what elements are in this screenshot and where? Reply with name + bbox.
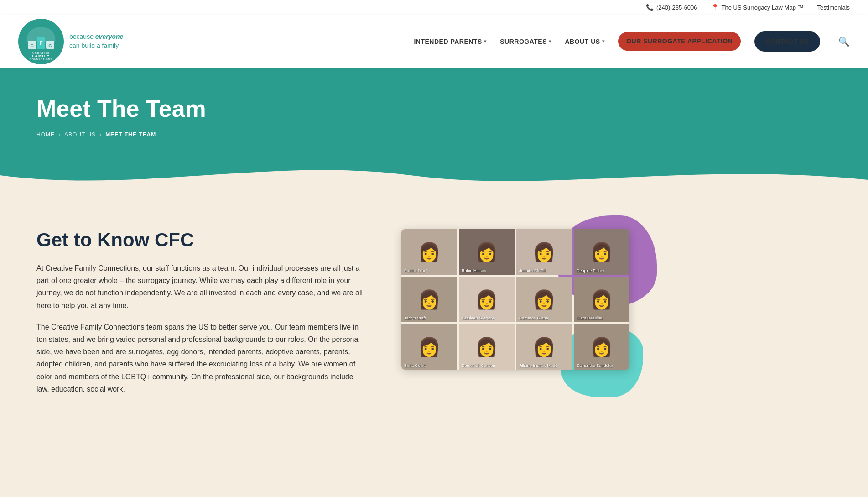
- content-section: Get to Know CFC At Creative Family Conne…: [0, 193, 868, 441]
- person-name-12: Samantha Sandefur: [577, 363, 613, 368]
- breadcrumb: HOME › ABOUT US › MEET THE TEAM: [36, 131, 832, 138]
- hero-section: Meet The Team HOME › ABOUT US › MEET THE…: [0, 68, 868, 193]
- phone-link[interactable]: 📞 (240)-235-6006: [646, 4, 697, 11]
- zoom-cell-2: 👩 Robin Hinson: [459, 229, 515, 275]
- logo-emblem: C F C CREATIVE FAMILY CONNECTIONS: [18, 19, 64, 64]
- person-face-1: 👩: [401, 229, 457, 275]
- chevron-down-icon: ▾: [602, 39, 605, 44]
- text-column: Get to Know CFC At Creative Family Conne…: [36, 229, 365, 404]
- zoom-cell-10: 👩 Domenick Carlson: [459, 324, 515, 370]
- person-name-5: Jaclyn Craft: [404, 316, 426, 320]
- phone-number: (240)-235-6006: [656, 4, 697, 11]
- person-face-10: 👩: [459, 324, 515, 370]
- zoom-cell-8: 👩 Ciara Beaulieu: [574, 277, 629, 322]
- person-name-2: Robin Hinson: [462, 268, 486, 273]
- law-map-link[interactable]: 📍 The US Surrogacy Law Map ™: [711, 4, 804, 11]
- testimonials-label: Testimonials: [817, 4, 850, 11]
- search-button[interactable]: 🔍: [838, 36, 850, 47]
- svg-text:FAMILY: FAMILY: [32, 54, 50, 58]
- nav-intended-parents[interactable]: INTENDED PARENTS ▾: [414, 38, 486, 45]
- svg-text:C: C: [48, 42, 52, 47]
- person-name-3: Jennifer McGill: [519, 268, 546, 273]
- map-pin-icon: 📍: [711, 4, 719, 11]
- zoom-cell-9: 👩 Britta Gevitt: [401, 324, 457, 370]
- zoom-cell-6: 👩 Kathleen Gregory: [459, 277, 515, 322]
- person-face-9: 👩: [401, 324, 457, 370]
- svg-text:F: F: [39, 40, 42, 46]
- chevron-down-icon: ▾: [484, 39, 487, 44]
- logo[interactable]: C F C CREATIVE FAMILY CONNECTIONS becaus…: [18, 19, 123, 64]
- person-name-10: Domenick Carlson: [462, 363, 495, 368]
- person-face-8: 👩: [574, 277, 629, 322]
- person-face-7: 👩: [516, 277, 572, 322]
- content-paragraph-2: The Creative Family Connections team spa…: [36, 321, 365, 395]
- person-face-12: 👩: [574, 324, 629, 370]
- logo-tagline: because everyone can build a family: [69, 32, 123, 50]
- svg-text:CONNECTIONS: CONNECTIONS: [30, 58, 52, 61]
- breadcrumb-separator: ›: [58, 131, 61, 138]
- main-navigation: C F C CREATIVE FAMILY CONNECTIONS becaus…: [0, 15, 868, 68]
- nav-surrogates[interactable]: SURROGATES ▾: [500, 38, 551, 45]
- breadcrumb-separator: ›: [99, 131, 102, 138]
- contact-us-button[interactable]: CONTACT US: [754, 31, 820, 52]
- zoom-cell-1: 👩 Patrick (You): [401, 229, 457, 275]
- breadcrumb-current: MEET THE TEAM: [105, 131, 156, 138]
- surrogate-application-button[interactable]: OUR SURROGATE APPLICATION: [618, 32, 741, 51]
- person-face-4: 👩: [574, 229, 629, 275]
- content-paragraph-1: At Creative Family Connections, our staf…: [36, 262, 365, 312]
- person-face-11: 👩: [516, 324, 572, 370]
- testimonials-link[interactable]: Testimonials: [817, 4, 850, 11]
- person-name-9: Britta Gevitt: [404, 363, 426, 368]
- phone-icon: 📞: [646, 4, 654, 11]
- nav-links: INTENDED PARENTS ▾ SURROGATES ▾ ABOUT US…: [414, 31, 850, 52]
- person-name-11: Jillian Minarcik-Mudd: [519, 363, 557, 368]
- law-map-label: The US Surrogacy Law Map ™: [722, 4, 804, 11]
- breadcrumb-home[interactable]: HOME: [36, 131, 55, 138]
- zoom-cell-7: 👩 Cameron Glane: [516, 277, 572, 322]
- svg-text:C: C: [31, 42, 34, 47]
- person-face-3: 👩: [516, 229, 572, 275]
- person-face-2: 👩: [459, 229, 515, 275]
- team-photo-column: 👩 Patrick (You) 👩 Robin Hinson 👩 Jennife…: [401, 229, 629, 370]
- person-face-6: 👩: [459, 277, 515, 322]
- person-name-8: Ciara Beaulieu: [577, 316, 603, 320]
- person-name-1: Patrick (You): [404, 268, 427, 273]
- person-name-7: Cameron Glane: [519, 316, 548, 320]
- top-bar: 📞 (240)-235-6006 📍 The US Surrogacy Law …: [0, 0, 868, 15]
- person-face-5: 👩: [401, 277, 457, 322]
- zoom-cell-12: 👩 Samantha Sandefur: [574, 324, 629, 370]
- content-heading: Get to Know CFC: [36, 229, 365, 251]
- breadcrumb-about-us[interactable]: ABOUT US: [64, 131, 96, 138]
- zoom-cell-11: 👩 Jillian Minarcik-Mudd: [516, 324, 572, 370]
- zoom-cell-4: 👩 Deppine Fisher: [574, 229, 629, 275]
- hero-wave: [0, 157, 868, 193]
- person-name-6: Kathleen Gregory: [462, 316, 494, 320]
- page-title: Meet The Team: [36, 95, 832, 122]
- chevron-down-icon: ▾: [549, 39, 551, 44]
- zoom-cell-3: 👩 Jennifer McGill: [516, 229, 572, 275]
- person-name-4: Deppine Fisher: [577, 268, 604, 273]
- team-zoom-grid: 👩 Patrick (You) 👩 Robin Hinson 👩 Jennife…: [401, 229, 629, 370]
- zoom-cell-5: 👩 Jaclyn Craft: [401, 277, 457, 322]
- nav-about-us[interactable]: ABOUT US ▾: [565, 38, 605, 45]
